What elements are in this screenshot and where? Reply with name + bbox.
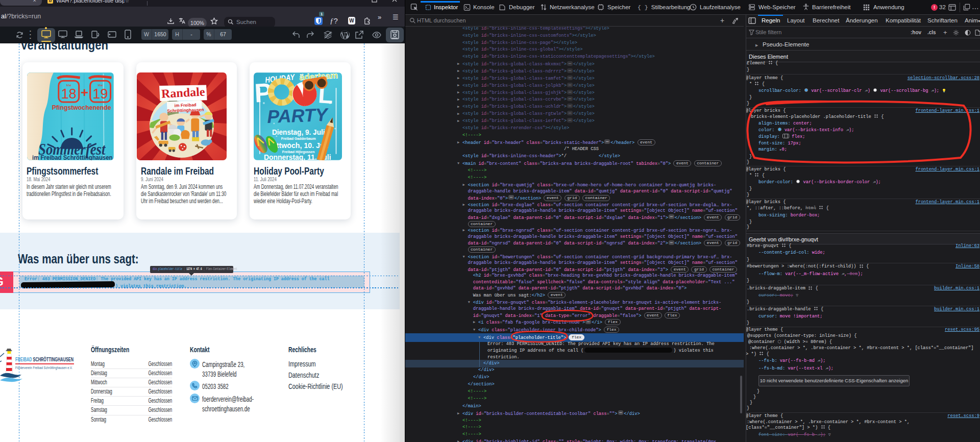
svg-text:Dienstag, 9. Juli: Dienstag, 9. Juli [272, 127, 325, 136]
svg-text:FREIBAD SCHRÖTTINGHAUSEN: FREIBAD SCHRÖTTINGHAUSEN [15, 356, 74, 362]
svg-text:im Freibad Schröttinghausen: im Freibad Schröttinghausen [32, 153, 113, 160]
svg-text:19: 19 [93, 86, 108, 102]
svg-text:Freibad Gadderbaum: Freibad Gadderbaum [281, 136, 315, 140]
svg-text:18: 18 [61, 86, 77, 102]
svg-text:+: + [81, 85, 88, 100]
svg-text:Förderverein Freibad Schröttin: Förderverein Freibad Schröttinghausen e.… [15, 365, 72, 370]
svg-text:PARTY: PARTY [266, 104, 329, 127]
svg-text:Randale: Randale [161, 85, 205, 100]
svg-text:Pfingstwochenende: Pfingstwochenende [52, 104, 111, 111]
